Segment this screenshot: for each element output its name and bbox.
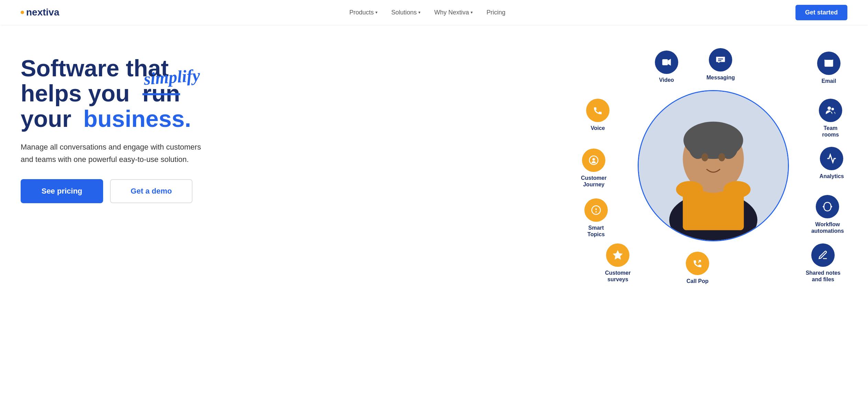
smart-topics-icon xyxy=(584,198,608,222)
shared-notes-icon xyxy=(811,243,835,267)
analytics-icon xyxy=(820,147,843,170)
circle-diagram: COMMUNICATE CONFIDENTLY WORK SMARTER DEL… xyxy=(579,45,847,286)
feature-voice[interactable]: Voice xyxy=(586,99,609,131)
hero-section: Software that helps you simplify run you… xyxy=(0,25,868,300)
svg-point-24 xyxy=(827,107,831,110)
svg-point-25 xyxy=(832,108,834,111)
feature-video[interactable]: Video xyxy=(655,51,678,83)
email-icon xyxy=(817,52,840,75)
voice-icon xyxy=(586,99,609,122)
run-simplify-wrapper: simplify run xyxy=(142,81,180,106)
hero-subtext: Manage all conversations and engage with… xyxy=(21,141,213,165)
svg-point-18 xyxy=(724,181,751,198)
feature-smart-topics[interactable]: SmartTopics xyxy=(584,198,608,238)
svg-point-17 xyxy=(676,181,703,198)
smart-topics-label: SmartTopics xyxy=(587,225,605,238)
shared-notes-label: Shared notesand files xyxy=(806,270,840,283)
get-started-button[interactable]: Get started xyxy=(795,5,847,20)
simplify-text: simplify xyxy=(143,66,201,88)
messaging-icon xyxy=(709,48,732,72)
logo-text: nextiva xyxy=(26,7,59,18)
video-label: Video xyxy=(659,77,674,83)
headline-line2: helps you simplify run xyxy=(21,81,213,106)
customer-surveys-label: Customersurveys xyxy=(605,270,631,283)
svg-rect-22 xyxy=(718,60,722,61)
call-pop-label: Call Pop xyxy=(686,278,708,284)
see-pricing-button[interactable]: See pricing xyxy=(21,179,103,203)
nav-solutions[interactable]: Solutions ▾ xyxy=(391,9,420,16)
person-illustration xyxy=(639,91,788,240)
logo-dot xyxy=(21,11,24,14)
messaging-label: Messaging xyxy=(706,74,735,81)
svg-point-13 xyxy=(701,153,708,162)
feature-shared-notes[interactable]: Shared notesand files xyxy=(806,243,840,283)
feature-email[interactable]: Email xyxy=(817,52,840,84)
feature-analytics[interactable]: Analytics xyxy=(820,147,844,179)
nav-products[interactable]: Products ▾ xyxy=(349,9,377,16)
get-demo-button[interactable]: Get a demo xyxy=(110,179,193,203)
chevron-down-icon: ▾ xyxy=(375,10,377,15)
analytics-label: Analytics xyxy=(820,173,844,179)
chevron-down-icon: ▾ xyxy=(471,10,473,15)
navbar: nextiva Products ▾ Solutions ▾ Why Nexti… xyxy=(0,0,868,25)
svg-rect-19 xyxy=(662,59,668,65)
business-text: business. xyxy=(83,106,191,132)
feature-customer-journey[interactable]: CustomerJourney xyxy=(581,149,607,188)
feature-messaging[interactable]: Messaging xyxy=(706,48,735,81)
center-circle xyxy=(638,90,789,241)
circle-container: COMMUNICATE CONFIDENTLY WORK SMARTER DEL… xyxy=(579,45,847,286)
customer-surveys-icon xyxy=(606,243,629,267)
video-icon xyxy=(655,51,678,74)
nav-why-nextiva[interactable]: Why Nextiva ▾ xyxy=(434,9,473,16)
chevron-down-icon: ▾ xyxy=(418,10,420,15)
nav-links: Products ▾ Solutions ▾ Why Nextiva ▾ Pri… xyxy=(349,9,505,16)
feature-customer-surveys[interactable]: Customersurveys xyxy=(605,243,631,283)
hero-headline: Software that helps you simplify run you… xyxy=(21,56,213,131)
svg-rect-21 xyxy=(718,58,723,59)
hero-buttons: See pricing Get a demo xyxy=(21,179,213,203)
voice-label: Voice xyxy=(591,125,605,131)
svg-point-14 xyxy=(718,153,725,162)
headline-line3: your business. xyxy=(21,106,213,131)
svg-marker-31 xyxy=(614,251,622,259)
nav-pricing[interactable]: Pricing xyxy=(486,9,505,16)
team-rooms-label: Teamrooms xyxy=(822,125,839,138)
call-pop-icon xyxy=(686,252,709,275)
workflow-icon xyxy=(816,195,839,218)
feature-call-pop[interactable]: Call Pop xyxy=(686,252,709,284)
hero-content: Software that helps you simplify run you… xyxy=(21,45,213,203)
logo[interactable]: nextiva xyxy=(21,7,59,18)
customer-journey-icon xyxy=(582,149,605,172)
svg-marker-20 xyxy=(668,59,671,66)
feature-workflow[interactable]: Workflowautomations xyxy=(811,195,844,234)
svg-point-30 xyxy=(595,211,597,212)
workflow-label: Workflowautomations xyxy=(811,221,844,234)
email-label: Email xyxy=(822,78,836,84)
svg-point-27 xyxy=(593,158,595,161)
feature-team-rooms[interactable]: Teamrooms xyxy=(819,99,842,138)
customer-journey-label: CustomerJourney xyxy=(581,175,607,188)
team-rooms-icon xyxy=(819,99,842,122)
